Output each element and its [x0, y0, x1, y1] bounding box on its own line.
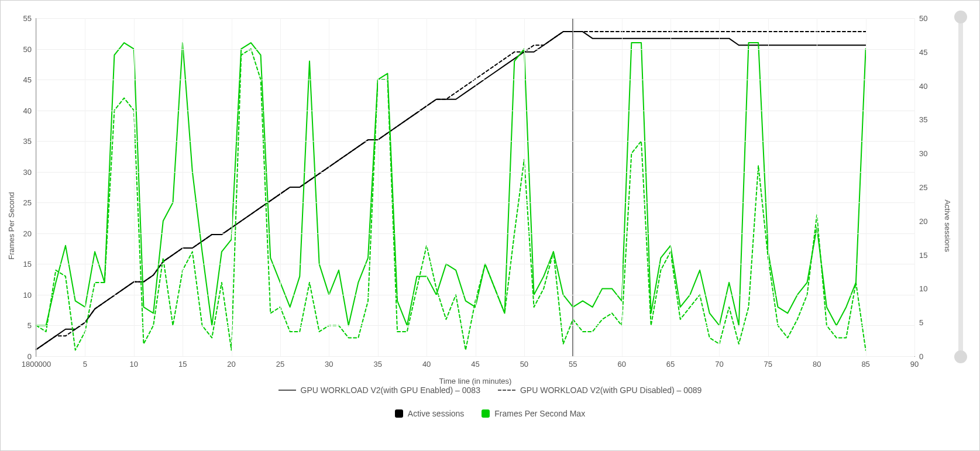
y-left-tick: 40 — [23, 106, 32, 115]
y-left-tick: 45 — [23, 75, 32, 84]
x-tick: 80 — [813, 360, 821, 369]
legend-item-disabled[interactable]: GPU WORKLOAD V2(with GPU Disabled) – 008… — [498, 385, 702, 395]
y-axis-right-label: Active sessions — [944, 199, 953, 252]
right-slider-rail[interactable] — [958, 17, 963, 357]
y-axis-left-label: Frames Per Second — [7, 192, 16, 260]
x-tick: 50 — [520, 360, 528, 369]
line-solid-icon — [278, 390, 296, 391]
legend-label: GPU WORKLOAD V2(with GPU Disabled) – 008… — [520, 385, 702, 395]
legend-item-fps-max[interactable]: Frames Per Second Max — [482, 409, 585, 418]
slider-thumb-top[interactable] — [954, 11, 967, 23]
legend-label: Frames Per Second Max — [494, 409, 585, 418]
legend-item-active-sessions[interactable]: Active sessions — [395, 409, 464, 418]
x-tick: 70 — [715, 360, 723, 369]
line-dashed-icon — [498, 390, 515, 391]
x-tick: 75 — [764, 360, 772, 369]
x-tick: 5 — [83, 360, 87, 369]
x-tick: 65 — [666, 360, 675, 369]
x-tick: 60 — [617, 360, 625, 369]
slider-thumb-bottom[interactable] — [954, 350, 967, 363]
x-tick: 30 — [325, 360, 333, 369]
x-tick: 10 — [130, 360, 138, 369]
x-tick: 35 — [373, 360, 381, 369]
x-tick: 55 — [569, 360, 577, 369]
color-green-icon — [482, 409, 490, 418]
y-right-tick: 0 — [919, 352, 923, 361]
y-right-tick: 10 — [919, 284, 927, 293]
y-right-tick: 45 — [919, 47, 927, 56]
x-tick: 85 — [861, 360, 869, 369]
y-right-tick: 35 — [919, 115, 927, 124]
y-left-tick: 35 — [23, 137, 32, 146]
x-tick: 40 — [422, 360, 431, 369]
y-right-tick: 20 — [919, 216, 927, 225]
y-left-tick: 55 — [23, 14, 32, 23]
y-left-tick: 25 — [23, 198, 32, 207]
x-tick: 15 — [178, 360, 187, 369]
x-tick: 20 — [227, 360, 235, 369]
y-left-tick: 15 — [23, 260, 32, 268]
y-left-tick: 30 — [23, 167, 32, 176]
y-right-tick: 25 — [919, 183, 927, 192]
chart-plot-area: Time line (in minutes) 05101520253035404… — [36, 18, 915, 357]
legend-line-style: GPU WORKLOAD V2(with GPU Enabled) – 0083… — [1, 385, 979, 395]
y-left-tick: 10 — [23, 290, 32, 299]
y-right-tick: 40 — [919, 81, 927, 90]
x-axis-label: Time line (in minutes) — [439, 377, 512, 385]
y-right-tick: 30 — [919, 149, 927, 158]
legend-label: GPU WORKLOAD V2(with GPU Enabled) – 0083 — [301, 385, 480, 395]
chart-frame: Time line (in minutes) 05101520253035404… — [0, 0, 980, 451]
y-left-tick: 5 — [27, 321, 32, 330]
x-tick: 25 — [276, 360, 284, 369]
y-left-tick: 20 — [23, 229, 32, 237]
legend-color: Active sessions Frames Per Second Max — [1, 409, 979, 418]
y-right-tick: 50 — [919, 14, 927, 23]
legend-label: Active sessions — [408, 409, 464, 418]
x-tick: 1800000 — [22, 360, 51, 369]
legend-item-enabled[interactable]: GPU WORKLOAD V2(with GPU Enabled) – 0083 — [278, 385, 480, 395]
y-right-tick: 15 — [919, 250, 927, 259]
y-left-tick: 50 — [23, 44, 32, 53]
color-black-icon — [395, 409, 403, 418]
x-tick: 90 — [910, 360, 919, 369]
x-tick: 45 — [471, 360, 479, 369]
y-right-tick: 5 — [919, 318, 923, 327]
